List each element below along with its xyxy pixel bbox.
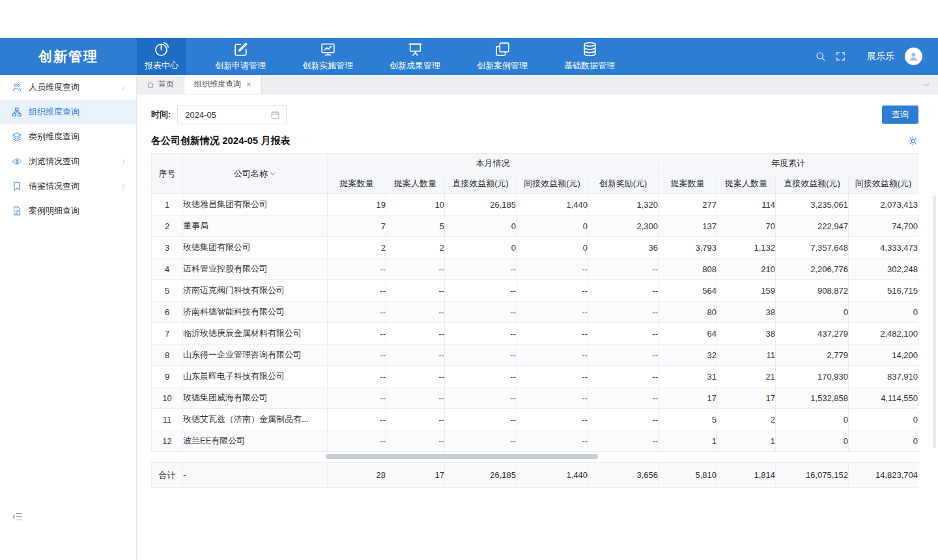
nav-item-4[interactable]: 创新成果管理 [382,38,448,75]
nav-item-6[interactable]: 基础数据管理 [556,38,623,75]
cell-value: -- [517,430,588,452]
nav-item-2[interactable]: 创新申请管理 [207,38,274,75]
col-header-company[interactable]: 公司名称 [183,154,328,194]
search-icon[interactable] [815,51,826,62]
col-group-year: 年度累计 [659,154,918,173]
cell-value: -- [386,430,445,452]
tab-bar: 首页组织维度查询× [137,75,938,94]
table-row[interactable]: 8山东得一企业管理咨询有限公司----------32112,77914,200 [152,344,918,366]
table-row[interactable]: 10玫德集团威海有限公司----------17171,532,8584,114… [152,387,918,409]
nav-item-label: 创新案例管理 [477,60,528,72]
table-row[interactable]: 12波兰EE有限公司----------1100 [152,430,918,452]
cell-value: 1,132 [717,237,776,259]
cell-value: 0 [445,237,517,259]
sidebar-item-1[interactable]: 人员维度查询 [0,75,136,100]
top-strip [0,0,938,38]
sidebar-item-label: 案例明细查询 [29,205,79,217]
content: 时间: 查询 各公司创新情况 2024-05 月报表 序号公司名称本月情况年度累… [137,94,938,560]
sidebar-item-6[interactable]: 案例明细查询 [0,199,136,223]
cell-value: 0 [849,301,918,323]
avatar[interactable] [905,48,922,65]
table-row[interactable]: 6济南科德智能科技有限公司----------803800 [152,301,918,323]
cell-value: 4,114,550 [849,387,918,409]
table-row[interactable]: 4迈科管业控股有限公司----------8082102,206,776302,… [152,259,918,280]
chevron-down-icon[interactable] [915,75,938,94]
cell-value: -- [386,387,445,409]
cell-value: -- [386,259,445,280]
cell-value: 10 [386,194,445,216]
tab-1[interactable]: 首页 [137,75,184,94]
close-icon[interactable]: × [246,79,251,89]
cell-value: 74,700 [849,216,918,237]
total-label: 合计 [152,463,183,488]
cell-value: -- [517,301,588,323]
gear-icon[interactable] [907,135,918,147]
cell-value: -- [445,323,517,344]
table-row[interactable]: 9山东晨晖电子科技有限公司----------3121170,930837,91… [152,366,918,387]
cell-value: -- [328,259,386,280]
cell-value: 516,715 [849,280,918,301]
case-detail-icon [12,206,22,216]
tab-2[interactable]: 组织维度查询× [184,75,262,94]
cell-value: 210 [717,259,776,280]
total-value: 16,075,152 [776,463,849,488]
cell-seq: 6 [152,301,183,323]
cell-value: 0 [776,301,849,323]
chevron-right-icon [120,183,127,190]
query-button[interactable]: 查询 [882,105,918,124]
sidebar-menu: 人员维度查询组织维度查询类别维度查询浏览情况查询借鉴情况查询案例明细查询 [0,75,136,223]
sidebar-item-3[interactable]: 类别维度查询 [0,124,136,149]
date-input-field[interactable] [185,110,270,120]
cell-value: -- [445,430,517,452]
cell-value: -- [517,409,588,430]
report-center-icon [154,41,170,57]
date-input[interactable] [177,105,287,124]
fullscreen-icon[interactable] [835,51,846,62]
cell-value: -- [328,323,386,344]
cell-company: 玫德集团有限公司 [183,237,328,259]
horizontal-scrollbar-thumb[interactable] [326,454,598,459]
cell-value: -- [588,409,659,430]
horizontal-scrollbar[interactable] [151,454,918,459]
total-value: 14,823,704 [849,463,918,488]
cell-company: 董事局 [183,216,328,237]
cell-value: 2,073,413 [849,194,918,216]
user-name[interactable]: 展乐乐 [867,51,894,63]
cell-value: 11 [717,344,776,366]
nav-item-5[interactable]: 创新案例管理 [469,38,535,75]
cell-value: 114 [717,194,776,216]
sidebar-item-label: 浏览情况查询 [29,156,79,167]
sort-caret-icon[interactable] [269,170,276,177]
cell-value: 38 [717,323,776,344]
table-row[interactable]: 11玫德艾瓦兹（济南）金属制品有...----------5200 [152,409,918,430]
cell-value: 0 [776,430,849,452]
cell-value: 21 [717,366,776,387]
nav-item-1[interactable]: 报表中心 [137,38,186,75]
total-value: 1,814 [717,463,776,488]
title-row: 各公司创新情况 2024-05 月报表 [151,135,918,147]
vertical-scrollbar-thumb[interactable] [933,195,936,448]
cell-seq: 3 [152,237,183,259]
cell-value: 32 [659,344,717,366]
cell-seq: 8 [152,344,183,366]
cell-company: 迈科管业控股有限公司 [183,259,328,280]
table-row[interactable]: 1玫德雅昌集团有限公司191026,1851,4401,3202771143,2… [152,194,918,216]
cell-value: 36 [588,237,659,259]
collapse-sidebar-icon[interactable] [12,511,23,522]
cell-value: -- [588,344,659,366]
cell-value: -- [328,387,386,409]
sidebar-item-4[interactable]: 浏览情况查询 [0,149,136,174]
sidebar-item-5[interactable]: 借鉴情况查询 [0,174,136,199]
nav-item-3[interactable]: 创新实施管理 [294,38,361,75]
col-group-month: 本月情况 [328,154,659,173]
sidebar-item-2[interactable]: 组织维度查询 [0,100,136,124]
cell-value: -- [517,280,588,301]
cell-company: 玫德雅昌集团有限公司 [183,194,328,216]
cell-value: 137 [659,216,717,237]
table-row[interactable]: 5济南迈克阀门科技有限公司----------564159908,872516,… [152,280,918,301]
cell-seq: 10 [152,387,183,409]
table-row[interactable]: 3玫德集团有限公司2200363,7931,1327,357,6484,333,… [152,237,918,259]
table-row[interactable]: 2董事局75002,30013770222,94774,700 [152,216,918,237]
cell-seq: 1 [152,194,183,216]
table-row[interactable]: 7临沂玫德庚辰金属材料有限公司----------6438437,2792,48… [152,323,918,344]
